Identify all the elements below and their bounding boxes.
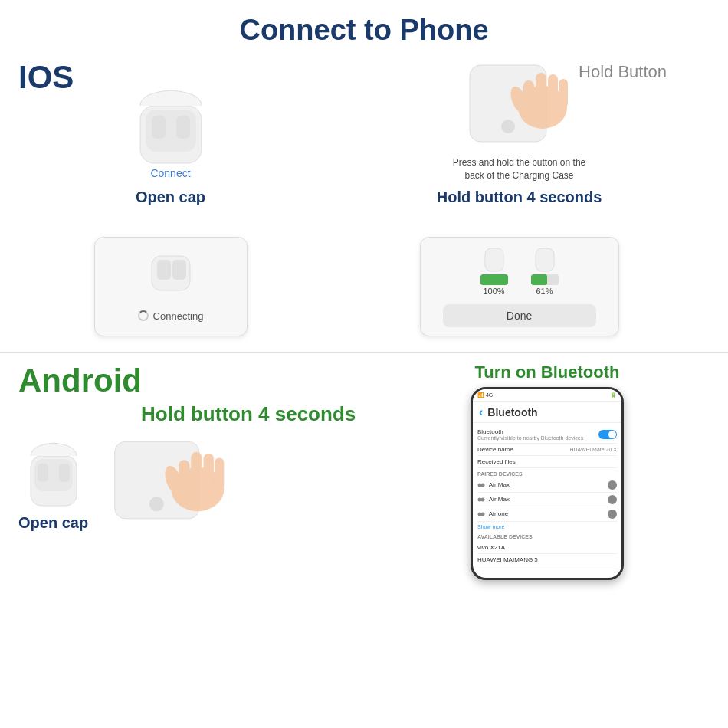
ios-hold-button-label: Hold button 4 seconds (437, 189, 602, 206)
bt-sub-label: Currently visible to nearby Bluetooth de… (477, 435, 583, 441)
android-charging-case-svg (111, 428, 280, 536)
svg-rect-2 (152, 116, 166, 139)
svg-rect-14 (172, 260, 186, 280)
ios-done-screen: 100% 61% Done (420, 237, 619, 336)
connecting-spinner (138, 310, 149, 321)
paired-device-3: Air one (477, 507, 617, 522)
device2-name: Air Max (477, 496, 510, 503)
svg-rect-10 (559, 79, 568, 108)
earbud-icon-1 (484, 247, 505, 274)
ios-connecting-col: Connecting (64, 237, 278, 336)
android-case-hand (111, 432, 280, 532)
paired-device-1: Air Max (477, 478, 617, 493)
available-device-1: vivo X21A (477, 542, 617, 554)
battery-pct-1: 100% (483, 287, 504, 296)
avail2-name: HUAWEI MAIMANG 5 (477, 556, 538, 563)
svg-point-5 (501, 120, 515, 133)
bt-header-title: Bluetooth (487, 406, 537, 418)
svg-rect-25 (191, 452, 202, 490)
android-section: Android Hold button 4 seconds Open cap (0, 352, 728, 589)
bluetooth-toggle[interactable] (598, 430, 617, 439)
android-open-cap-label: Open cap (18, 514, 88, 532)
device-name-row: Device name HUAWEI Mate 20 X (477, 444, 617, 456)
android-open-cap-col: Open cap (18, 441, 88, 532)
svg-rect-16 (536, 248, 554, 271)
svg-rect-19 (38, 464, 48, 482)
svg-rect-3 (176, 116, 190, 139)
status-signal: 📶 4G (477, 392, 493, 398)
svg-point-32 (481, 498, 485, 502)
android-left: Android Hold button 4 seconds Open cap (18, 362, 386, 580)
paired-devices-title: PAIRED DEVICES (477, 468, 617, 478)
bt-content: Bluetooth Currently visible to nearby Bl… (473, 423, 621, 578)
android-content-row: Open cap (18, 432, 386, 532)
device-name-value: HUAWEI Mate 20 X (569, 447, 617, 452)
charging-case-hand (420, 54, 619, 153)
svg-rect-20 (59, 464, 70, 482)
airpods-icon-2 (477, 496, 485, 503)
paired-device-2: Air Max (477, 493, 617, 507)
svg-point-22 (149, 497, 164, 511)
ios-open-cap-label: Open cap (136, 189, 205, 206)
connect-label: Connect (150, 167, 190, 179)
turn-on-bluetooth-label: Turn on Bluetooth (475, 362, 620, 382)
android-earbuds-case-icon (27, 441, 80, 510)
bt-toggle-row: Bluetooth Currently visible to nearby Bl… (477, 426, 617, 444)
page: Connect to Phone IOS Hold Button Connect (0, 0, 728, 728)
android-label: Android (18, 362, 386, 399)
android-phone-mockup: 📶 4G 🔋 ‹ Bluetooth Bluetooth (471, 387, 624, 580)
press-hold-text: Press and hold the button on theback of … (453, 156, 585, 182)
available-device-2: HUAWEI MAIMANG 5 (477, 554, 617, 566)
bt-screen: 📶 4G 🔋 ‹ Bluetooth Bluetooth (473, 389, 621, 578)
show-more-link[interactable]: Show more (477, 522, 617, 532)
device-name-label: Device name (477, 446, 513, 453)
svg-rect-15 (485, 248, 503, 271)
ios-connecting-screen: Connecting (94, 237, 248, 336)
svg-rect-8 (536, 73, 546, 107)
done-button[interactable]: Done (443, 304, 596, 327)
gear-icon-3[interactable] (608, 510, 617, 519)
svg-rect-26 (204, 454, 214, 490)
gear-icon-2[interactable] (608, 495, 617, 504)
ios-done-col: 100% 61% Done (374, 237, 665, 336)
page-title: Connect to Phone (0, 14, 728, 47)
ios-bottom-row: Connecting (15, 206, 713, 336)
battery-item-2: 61% (531, 247, 559, 296)
ios-open-cap-col: Connect Open cap (64, 87, 278, 206)
status-battery: 🔋 (610, 392, 617, 398)
available-devices-title: AVAILABLE DEVICES (477, 532, 617, 542)
earbud-icon-2 (534, 247, 556, 274)
svg-rect-9 (548, 74, 558, 107)
battery-pct-2: 61% (536, 287, 553, 296)
earbuds-case-open-icon (136, 87, 205, 167)
connecting-text: Connecting (153, 310, 204, 322)
airpods-icon-3 (477, 510, 485, 518)
android-right: Turn on Bluetooth 📶 4G 🔋 ‹ Bluetooth (386, 362, 708, 580)
ios-section: IOS Hold Button Connect Open cap (0, 53, 728, 352)
gear-icon-1[interactable] (608, 480, 617, 490)
received-files-row: Received files (477, 456, 617, 468)
avail1-name: vivo X21A (477, 544, 505, 551)
battery-bar-2 (531, 274, 559, 285)
ios-top-row: Connect Open cap (15, 53, 713, 206)
title-section: Connect to Phone (0, 0, 728, 53)
svg-rect-27 (215, 457, 224, 490)
android-hold-label: Hold button 4 seconds (141, 402, 386, 426)
device3-name: Air one (477, 510, 508, 518)
airpods-icon-1 (477, 481, 485, 489)
battery-bar-1 (480, 274, 508, 285)
status-bar: 📶 4G 🔋 (473, 389, 621, 402)
charging-case-svg (466, 57, 573, 149)
battery-section: 100% 61% (480, 247, 559, 296)
svg-point-30 (481, 484, 485, 487)
back-arrow-icon[interactable]: ‹ (479, 405, 483, 419)
battery-item-1: 100% (480, 247, 508, 296)
bt-header: ‹ Bluetooth (473, 402, 621, 423)
received-files-label: Received files (477, 458, 516, 465)
svg-point-34 (481, 513, 485, 516)
device1-name: Air Max (477, 481, 510, 489)
connecting-row: Connecting (138, 310, 204, 322)
bt-main-label: Bluetooth (477, 428, 583, 435)
earbud-case-small-icon (148, 252, 194, 294)
svg-rect-13 (157, 260, 171, 280)
